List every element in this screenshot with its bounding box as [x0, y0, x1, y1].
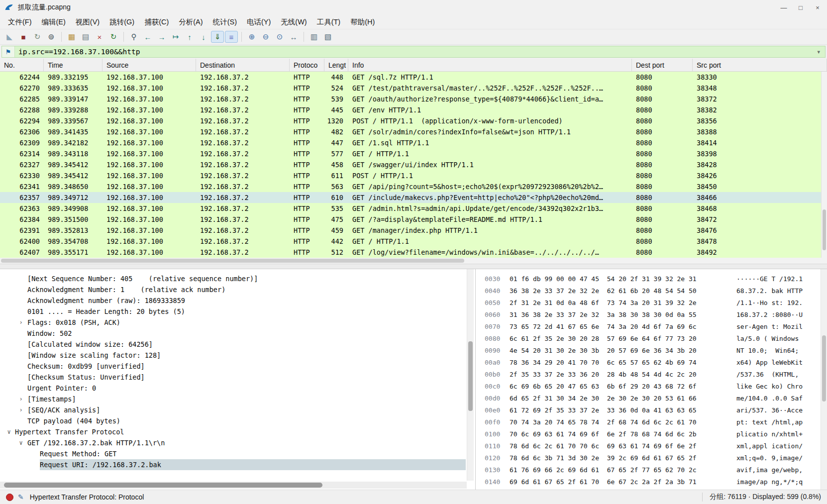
stop-capture-icon[interactable]: ■: [17, 31, 30, 43]
column-header-source[interactable]: Source: [103, 59, 196, 71]
last-packet-icon[interactable]: ↓: [197, 31, 210, 43]
capture-comment-icon[interactable]: ✎: [18, 493, 24, 501]
detail-row[interactable]: Checksum: 0xdb99 [unverified]: [0, 361, 466, 372]
close-file-icon[interactable]: ×: [93, 31, 106, 43]
detail-row[interactable]: Acknowledgment Number: 1 (relative ack n…: [0, 284, 466, 295]
packet-row[interactable]: 62327989.345412192.168.37.100192.168.37.…: [0, 159, 827, 170]
menu-item-analyze[interactable]: 分析(A): [174, 16, 207, 28]
packet-row[interactable]: 62400989.354708192.168.37.100192.168.37.…: [0, 236, 827, 247]
scrollbar-thumb[interactable]: [823, 209, 826, 250]
capture-options-icon[interactable]: ⊚: [45, 31, 58, 43]
collapse-arrow-icon[interactable]: ∨: [17, 437, 24, 448]
menu-item-file[interactable]: 文件(F): [3, 16, 37, 28]
hex-row[interactable]: 011078 6d 6c 2c 61 70 70 6c 69 63 61 74 …: [485, 440, 819, 452]
hex-row[interactable]: 014069 6d 61 67 65 2f 61 70 6e 67 2c 2a …: [485, 476, 819, 488]
expand-arrow-icon[interactable]: ›: [17, 394, 24, 404]
packet-row[interactable]: 62407989.355171192.168.37.100192.168.37.…: [0, 247, 827, 258]
hex-vertical-scrollbar[interactable]: [821, 269, 827, 490]
resize-columns-icon[interactable]: ↔: [287, 31, 300, 43]
hex-row[interactable]: 00904e 54 20 31 30 2e 30 3b 20 57 69 6e …: [485, 345, 819, 357]
hex-row[interactable]: 012078 6d 6c 3b 71 3d 30 2e 39 2c 69 6d …: [485, 452, 819, 464]
menu-item-capture[interactable]: 捕获(C): [139, 16, 174, 28]
colorize-icon[interactable]: ≡: [225, 31, 238, 43]
menu-item-tools[interactable]: 工具(T): [312, 16, 346, 28]
packet-row[interactable]: 62288989.339288192.168.37.100192.168.37.…: [0, 104, 827, 115]
detail-row[interactable]: Window: 502: [0, 328, 466, 339]
hex-row[interactable]: 00f070 74 3a 20 74 65 78 74 2f 68 74 6d …: [485, 416, 819, 428]
go-back-icon[interactable]: ←: [141, 31, 154, 43]
menu-item-telephony[interactable]: 电话(Y): [242, 16, 276, 28]
packet-row[interactable]: 62314989.343118192.168.37.100192.168.37.…: [0, 148, 827, 159]
zoom-reset-icon[interactable]: ⊙: [273, 31, 286, 43]
filter-bookmark-icon[interactable]: ⚑: [2, 46, 15, 57]
menu-item-statistics[interactable]: 统计(S): [208, 16, 242, 28]
packet-row[interactable]: 62391989.352813192.168.37.100192.168.37.…: [0, 225, 827, 236]
column-header-time[interactable]: Time: [44, 59, 103, 71]
detail-row[interactable]: [Window size scaling factor: 128]: [0, 350, 466, 361]
column-header-destination[interactable]: Destination: [196, 59, 290, 71]
detail-row[interactable]: Acknowledgment number (raw): 1869333859: [0, 295, 466, 306]
close-button[interactable]: ×: [814, 4, 821, 11]
pane-splitter[interactable]: [0, 264, 827, 269]
detail-row[interactable]: [Calculated window size: 64256]: [0, 339, 466, 350]
scrollbar-thumb[interactable]: [4, 483, 322, 488]
detail-row[interactable]: ›[Timestamps]: [0, 394, 466, 404]
save-file-icon[interactable]: ▤: [79, 31, 92, 43]
packet-row[interactable]: 62357989.349712192.168.37.100192.168.37.…: [0, 192, 827, 203]
reload-file-icon[interactable]: ↻: [107, 31, 120, 43]
packet-row[interactable]: 62384989.351500192.168.37.100192.168.37.…: [0, 214, 827, 225]
packet-row[interactable]: 62294989.339567192.168.37.100192.168.37.…: [0, 115, 827, 126]
menu-item-view[interactable]: 视图(V): [71, 16, 104, 28]
packet-row[interactable]: 62363989.349908192.168.37.100192.168.37.…: [0, 203, 827, 214]
hex-row[interactable]: 013061 76 69 66 2c 69 6d 61 67 65 2f 77 …: [485, 464, 819, 476]
menu-item-wireless[interactable]: 无线(W): [276, 16, 311, 28]
hex-row[interactable]: 010070 6c 69 63 61 74 69 6f 6e 2f 78 68 …: [485, 428, 819, 440]
detail-row[interactable]: Request Method: GET: [0, 448, 466, 459]
packet-row[interactable]: 62306989.341435192.168.37.100192.168.37.…: [0, 126, 827, 137]
detail-row[interactable]: Request URI: /192.168.37.2.bak: [0, 459, 466, 470]
detail-row[interactable]: [Checksum Status: Unverified]: [0, 372, 466, 383]
hex-row[interactable]: 00a078 36 34 29 20 41 70 70 6c 65 57 65 …: [485, 357, 819, 369]
packet-row[interactable]: 62341989.348650192.168.37.100192.168.37.…: [0, 181, 827, 192]
packet-row[interactable]: 62330989.345412192.168.37.100192.168.37.…: [0, 170, 827, 181]
details-vertical-scrollbar[interactable]: [467, 269, 474, 481]
detail-row[interactable]: TCP payload (404 bytes): [0, 415, 466, 426]
column-header-no[interactable]: No.: [0, 59, 44, 71]
collapse-arrow-icon[interactable]: ∨: [5, 426, 12, 437]
auto-scroll-icon[interactable]: ⇓: [211, 31, 224, 43]
detail-row[interactable]: ›[SEQ/ACK analysis]: [0, 404, 466, 415]
find-packet-icon[interactable]: ⚲: [127, 31, 140, 43]
open-file-icon[interactable]: ▦: [65, 31, 78, 43]
detail-row[interactable]: ∨GET /192.168.37.2.bak HTTP/1.1\r\n: [0, 437, 466, 448]
menu-item-help[interactable]: 帮助(H): [345, 16, 380, 28]
go-to-packet-icon[interactable]: ↦: [169, 31, 182, 43]
hex-row[interactable]: 00502f 31 2e 31 0d 0a 48 6f 73 74 3a 20 …: [485, 297, 819, 309]
expand-arrow-icon[interactable]: ›: [17, 404, 24, 415]
scrollbar-thumb[interactable]: [468, 341, 473, 411]
zoom-out-icon[interactable]: ⊖: [259, 31, 272, 43]
columns-grid-icon-1[interactable]: ▥: [308, 31, 320, 43]
hex-row[interactable]: 006031 36 38 2e 33 37 2e 32 3a 38 30 38 …: [485, 309, 819, 321]
first-packet-icon[interactable]: ↑: [183, 31, 196, 43]
hex-row[interactable]: 00b02f 35 33 37 2e 33 36 20 28 4b 48 54 …: [485, 369, 819, 381]
detail-row[interactable]: ›Flags: 0x018 (PSH, ACK): [0, 317, 466, 328]
packet-list-horizontal-scrollbar[interactable]: [0, 258, 827, 264]
hex-row[interactable]: 003001 f6 db 99 00 00 47 45 54 20 2f 31 …: [485, 273, 819, 285]
packet-list-vertical-scrollbar[interactable]: [821, 72, 827, 258]
expert-info-icon[interactable]: [6, 494, 13, 501]
zoom-in-icon[interactable]: ⊕: [245, 31, 258, 43]
scrollbar-thumb[interactable]: [822, 335, 826, 402]
column-header-src-port[interactable]: Src port: [693, 59, 827, 71]
details-horizontal-scrollbar[interactable]: [0, 482, 467, 489]
hex-row[interactable]: 00e061 72 69 2f 35 33 37 2e 33 36 0d 0a …: [485, 404, 819, 416]
menu-item-go[interactable]: 跳转(G): [104, 16, 139, 28]
packet-row[interactable]: 62244989.332195192.168.37.100192.168.37.…: [0, 72, 827, 83]
go-forward-icon[interactable]: →: [155, 31, 168, 43]
filter-dropdown-icon[interactable]: ▾: [817, 49, 825, 55]
detail-row[interactable]: 0101 .... = Header Length: 20 bytes (5): [0, 306, 466, 317]
expand-arrow-icon[interactable]: ›: [17, 317, 24, 328]
hex-row[interactable]: 004036 38 2e 33 37 2e 32 2e 62 61 6b 20 …: [485, 285, 819, 297]
scrollbar-thumb[interactable]: [1, 259, 464, 263]
column-header-protocol[interactable]: Protoco: [290, 59, 324, 71]
minimize-button[interactable]: —: [780, 4, 787, 11]
